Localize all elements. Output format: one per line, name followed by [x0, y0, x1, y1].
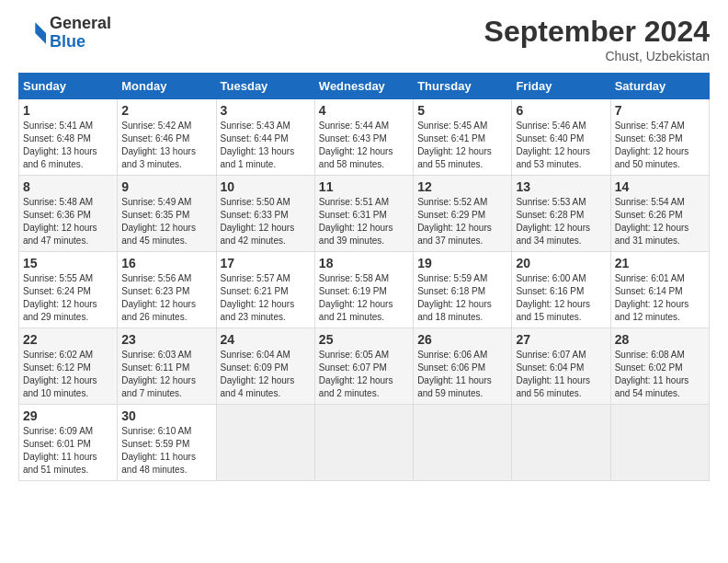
day-info: Sunrise: 6:00 AM Sunset: 6:16 PM Dayligh… — [516, 272, 606, 324]
day-number: 12 — [417, 179, 507, 194]
day-cell — [414, 405, 512, 481]
day-number: 6 — [516, 103, 606, 118]
day-cell: 1 Sunrise: 5:41 AM Sunset: 6:48 PM Dayli… — [19, 99, 118, 176]
day-number: 10 — [221, 179, 311, 194]
day-number: 27 — [516, 332, 606, 347]
day-cell: 25 Sunrise: 6:05 AM Sunset: 6:07 PM Dayl… — [314, 328, 413, 405]
header: General Blue September 2024 Chust, Uzbek… — [18, 15, 710, 63]
svg-marker-0 — [35, 22, 46, 33]
day-number: 24 — [221, 332, 311, 347]
svg-marker-1 — [35, 33, 46, 44]
day-number: 5 — [417, 103, 507, 118]
day-cell: 20 Sunrise: 6:00 AM Sunset: 6:16 PM Dayl… — [512, 252, 610, 328]
week-row-5: 29 Sunrise: 6:09 AM Sunset: 6:01 PM Dayl… — [19, 405, 710, 481]
month-title: September 2024 — [484, 15, 710, 49]
day-cell: 21 Sunrise: 6:01 AM Sunset: 6:14 PM Dayl… — [610, 252, 709, 328]
day-info: Sunrise: 5:51 AM Sunset: 6:31 PM Dayligh… — [319, 196, 409, 247]
header-cell-tuesday: Tuesday — [216, 74, 314, 99]
day-info: Sunrise: 5:41 AM Sunset: 6:48 PM Dayligh… — [23, 120, 113, 171]
day-number: 15 — [23, 256, 113, 270]
day-number: 11 — [319, 179, 409, 194]
week-row-4: 22 Sunrise: 6:02 AM Sunset: 6:12 PM Dayl… — [19, 328, 710, 405]
day-cell: 8 Sunrise: 5:48 AM Sunset: 6:36 PM Dayli… — [19, 176, 118, 252]
day-info: Sunrise: 5:54 AM Sunset: 6:26 PM Dayligh… — [615, 196, 705, 247]
day-cell — [314, 405, 413, 481]
day-cell: 14 Sunrise: 5:54 AM Sunset: 6:26 PM Dayl… — [610, 176, 709, 252]
day-number: 25 — [319, 332, 409, 347]
header-cell-monday: Monday — [118, 74, 216, 99]
day-info: Sunrise: 6:06 AM Sunset: 6:06 PM Dayligh… — [417, 349, 507, 400]
day-cell: 2 Sunrise: 5:42 AM Sunset: 6:46 PM Dayli… — [118, 99, 216, 176]
day-cell: 22 Sunrise: 6:02 AM Sunset: 6:12 PM Dayl… — [19, 328, 118, 405]
calendar-body: 1 Sunrise: 5:41 AM Sunset: 6:48 PM Dayli… — [19, 99, 710, 481]
calendar-table: SundayMondayTuesdayWednesdayThursdayFrid… — [18, 73, 710, 481]
day-info: Sunrise: 6:01 AM Sunset: 6:14 PM Dayligh… — [615, 272, 705, 324]
logo-icon — [18, 19, 46, 47]
day-number: 23 — [121, 332, 211, 347]
day-number: 21 — [615, 256, 705, 270]
day-info: Sunrise: 5:42 AM Sunset: 6:46 PM Dayligh… — [121, 120, 211, 171]
page-container: General Blue September 2024 Chust, Uzbek… — [0, 0, 728, 490]
header-cell-saturday: Saturday — [610, 74, 709, 99]
day-number: 26 — [417, 332, 507, 347]
day-info: Sunrise: 5:49 AM Sunset: 6:35 PM Dayligh… — [121, 196, 211, 247]
day-number: 4 — [319, 103, 409, 118]
day-number: 3 — [221, 103, 311, 118]
week-row-2: 8 Sunrise: 5:48 AM Sunset: 6:36 PM Dayli… — [19, 176, 710, 252]
logo-text: General Blue — [50, 15, 111, 52]
day-info: Sunrise: 6:08 AM Sunset: 6:02 PM Dayligh… — [615, 349, 705, 400]
day-number: 9 — [121, 179, 211, 194]
day-info: Sunrise: 5:48 AM Sunset: 6:36 PM Dayligh… — [23, 196, 113, 247]
logo: General Blue — [18, 15, 111, 52]
day-cell: 9 Sunrise: 5:49 AM Sunset: 6:35 PM Dayli… — [118, 176, 216, 252]
day-info: Sunrise: 5:59 AM Sunset: 6:18 PM Dayligh… — [417, 272, 507, 324]
day-info: Sunrise: 5:53 AM Sunset: 6:28 PM Dayligh… — [516, 196, 606, 247]
header-cell-wednesday: Wednesday — [314, 74, 413, 99]
day-number: 2 — [121, 103, 211, 118]
day-number: 8 — [23, 179, 113, 194]
day-cell: 4 Sunrise: 5:44 AM Sunset: 6:43 PM Dayli… — [314, 99, 413, 176]
day-info: Sunrise: 6:04 AM Sunset: 6:09 PM Dayligh… — [221, 349, 311, 400]
day-cell: 18 Sunrise: 5:58 AM Sunset: 6:19 PM Dayl… — [314, 252, 413, 328]
day-cell: 11 Sunrise: 5:51 AM Sunset: 6:31 PM Dayl… — [314, 176, 413, 252]
day-cell: 15 Sunrise: 5:55 AM Sunset: 6:24 PM Dayl… — [19, 252, 118, 328]
day-info: Sunrise: 5:57 AM Sunset: 6:21 PM Dayligh… — [221, 272, 311, 324]
day-info: Sunrise: 6:10 AM Sunset: 5:59 PM Dayligh… — [121, 425, 211, 477]
day-cell: 27 Sunrise: 6:07 AM Sunset: 6:04 PM Dayl… — [512, 328, 610, 405]
day-number: 22 — [23, 332, 113, 347]
day-info: Sunrise: 6:09 AM Sunset: 6:01 PM Dayligh… — [23, 425, 113, 477]
day-cell: 23 Sunrise: 6:03 AM Sunset: 6:11 PM Dayl… — [118, 328, 216, 405]
day-info: Sunrise: 5:50 AM Sunset: 6:33 PM Dayligh… — [221, 196, 311, 247]
day-cell: 26 Sunrise: 6:06 AM Sunset: 6:06 PM Dayl… — [414, 328, 512, 405]
day-cell: 30 Sunrise: 6:10 AM Sunset: 5:59 PM Dayl… — [118, 405, 216, 481]
day-info: Sunrise: 5:58 AM Sunset: 6:19 PM Dayligh… — [319, 272, 409, 324]
day-cell: 12 Sunrise: 5:52 AM Sunset: 6:29 PM Dayl… — [414, 176, 512, 252]
day-number: 29 — [23, 408, 113, 423]
day-info: Sunrise: 5:44 AM Sunset: 6:43 PM Dayligh… — [319, 120, 409, 171]
calendar-header: SundayMondayTuesdayWednesdayThursdayFrid… — [19, 74, 710, 99]
logo-general: General — [50, 15, 111, 33]
day-number: 28 — [615, 332, 705, 347]
location: Chust, Uzbekistan — [484, 49, 710, 63]
day-number: 30 — [121, 408, 211, 423]
week-row-1: 1 Sunrise: 5:41 AM Sunset: 6:48 PM Dayli… — [19, 99, 710, 176]
logo-blue-text: Blue — [50, 33, 111, 52]
day-info: Sunrise: 5:47 AM Sunset: 6:38 PM Dayligh… — [615, 120, 705, 171]
day-cell: 19 Sunrise: 5:59 AM Sunset: 6:18 PM Dayl… — [414, 252, 512, 328]
day-cell — [216, 405, 314, 481]
day-number: 19 — [417, 256, 507, 270]
header-cell-sunday: Sunday — [19, 74, 118, 99]
header-cell-friday: Friday — [512, 74, 610, 99]
day-info: Sunrise: 5:56 AM Sunset: 6:23 PM Dayligh… — [121, 272, 211, 324]
day-info: Sunrise: 6:05 AM Sunset: 6:07 PM Dayligh… — [319, 349, 409, 400]
day-cell: 16 Sunrise: 5:56 AM Sunset: 6:23 PM Dayl… — [118, 252, 216, 328]
week-row-3: 15 Sunrise: 5:55 AM Sunset: 6:24 PM Dayl… — [19, 252, 710, 328]
day-number: 16 — [121, 256, 211, 270]
day-info: Sunrise: 5:43 AM Sunset: 6:44 PM Dayligh… — [221, 120, 311, 171]
day-cell: 17 Sunrise: 5:57 AM Sunset: 6:21 PM Dayl… — [216, 252, 314, 328]
day-cell: 3 Sunrise: 5:43 AM Sunset: 6:44 PM Dayli… — [216, 99, 314, 176]
day-info: Sunrise: 6:02 AM Sunset: 6:12 PM Dayligh… — [23, 349, 113, 400]
day-cell: 24 Sunrise: 6:04 AM Sunset: 6:09 PM Dayl… — [216, 328, 314, 405]
day-cell: 13 Sunrise: 5:53 AM Sunset: 6:28 PM Dayl… — [512, 176, 610, 252]
day-cell: 10 Sunrise: 5:50 AM Sunset: 6:33 PM Dayl… — [216, 176, 314, 252]
